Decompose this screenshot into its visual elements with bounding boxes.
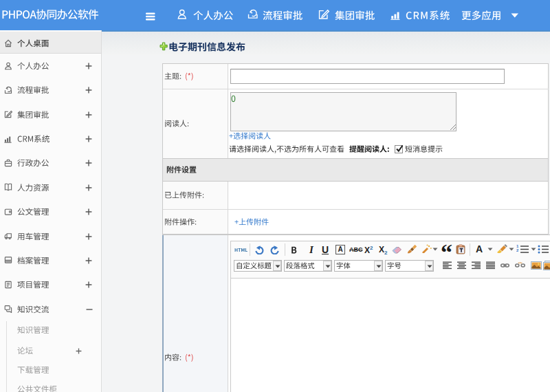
svg-text:2: 2 (516, 248, 519, 252)
